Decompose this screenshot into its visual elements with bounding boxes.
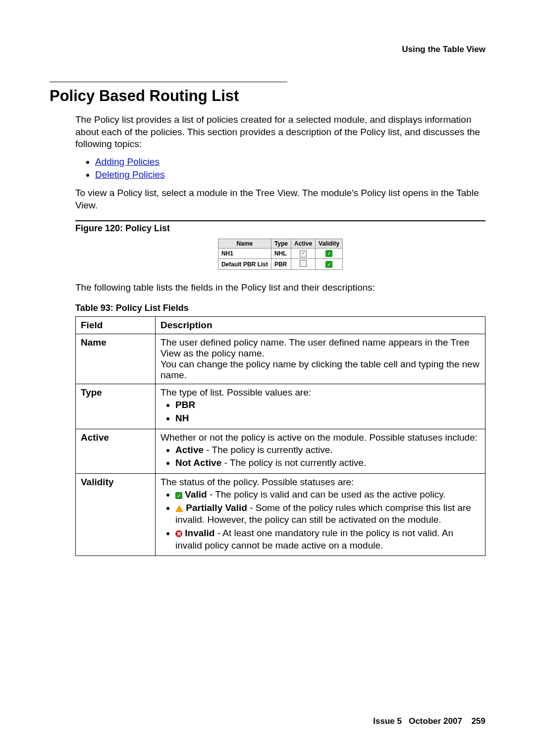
table-caption: Table 93: Policy List Fields [75,303,485,313]
field-desc: Whether or not the policy is active on t… [156,429,485,473]
valid-icon: ✓ [325,250,332,257]
status-list: Active - The policy is currently active.… [175,444,480,469]
cell-validity: ✓ [316,259,343,270]
heading-rule [50,82,287,82]
list-item: Active - The policy is currently active. [175,444,480,456]
cell-name: Default PBR List [218,259,271,270]
text: The type of list. Possible values are: [160,387,311,398]
cell-type: NHL [271,249,291,259]
valid-icon: ✓ [175,492,182,499]
paragraph: To view a Policy list, select a module i… [75,187,485,211]
valid-icon: ✓ [325,261,332,268]
page-title: Policy Based Routing List [50,87,485,105]
warning-icon [175,505,183,512]
field-desc: The status of the policy. Possible statu… [156,473,485,555]
text: Whether or not the policy is active on t… [160,432,478,443]
table-row: Active Whether or not the policy is acti… [76,429,485,473]
col-type: Type [271,239,291,249]
checkbox-checked-icon: ✓ [300,251,307,257]
intro-paragraph: The Policy list provides a list of polic… [75,114,485,151]
col-name: Name [218,239,271,249]
cell-type: PBR [271,259,291,270]
cell-validity: ✓ [316,249,343,259]
table-row: Default PBR List PBR ✓ [218,259,342,270]
running-header: Using the Table View [50,45,485,54]
table-row: NH1 NHL ✓ ✓ [218,249,342,259]
text: The user defined policy name. The user d… [160,337,470,358]
field-name: Active [76,429,156,473]
col-description: Description [156,317,485,334]
list-item: PBR [175,399,480,411]
col-active: Active [291,239,316,249]
list-item: Adding Policies [95,156,485,167]
figure: Name Type Active Validity NH1 NHL ✓ ✓ De… [75,239,485,270]
list-item: NH [175,412,480,425]
field-name: Validity [76,473,156,555]
list-item: Not Active - The policy is not currently… [175,457,480,469]
page: Using the Table View Policy Based Routin… [0,0,535,756]
field-desc: The type of list. Possible values are: P… [156,384,485,429]
paragraph: The following table lists the fields in … [75,282,485,294]
field-name: Type [76,384,156,429]
footer-page-number: 259 [472,716,485,726]
table-row: Validity The status of the policy. Possi… [76,473,485,555]
list-item: ✓ Valid - The policy is valid and can be… [175,489,480,501]
link-adding-policies[interactable]: Adding Policies [95,156,160,167]
list-item: ✖ Invalid - At least one mandatory rule … [175,527,480,552]
text: You can change the policy name by clicki… [160,359,480,380]
policy-list-fields-table: Field Description Name The user defined … [75,316,485,556]
figure-caption: Figure 120: Policy List [75,220,485,234]
table-row: Name The user defined policy name. The u… [76,334,485,384]
col-validity: Validity [316,239,343,249]
field-name: Name [76,334,156,384]
cell-active: ✓ [291,249,316,259]
field-desc: The user defined policy name. The user d… [156,334,485,384]
policy-list-table: Name Type Active Validity NH1 NHL ✓ ✓ De… [218,239,343,270]
col-field: Field [76,317,156,334]
value-list: PBR NH [175,399,480,424]
footer-issue: Issue 5 [373,716,402,726]
cell-active [291,259,316,270]
status-list: ✓ Valid - The policy is valid and can be… [175,489,480,552]
body: The Policy list provides a list of polic… [75,114,485,556]
footer-date: October 2007 [409,716,462,726]
table-row: Type The type of list. Possible values a… [76,384,485,429]
page-footer: Issue 5 October 2007 259 [373,716,485,726]
invalid-icon: ✖ [175,530,182,537]
topic-links: Adding Policies Deleting Policies [75,156,485,180]
checkbox-unchecked-icon [300,260,307,267]
list-item: Partially Valid - Some of the policy rul… [175,502,480,526]
cell-name: NH1 [218,249,271,259]
list-item: Deleting Policies [95,169,485,180]
text: The status of the policy. Possible statu… [160,477,354,487]
link-deleting-policies[interactable]: Deleting Policies [95,169,164,180]
